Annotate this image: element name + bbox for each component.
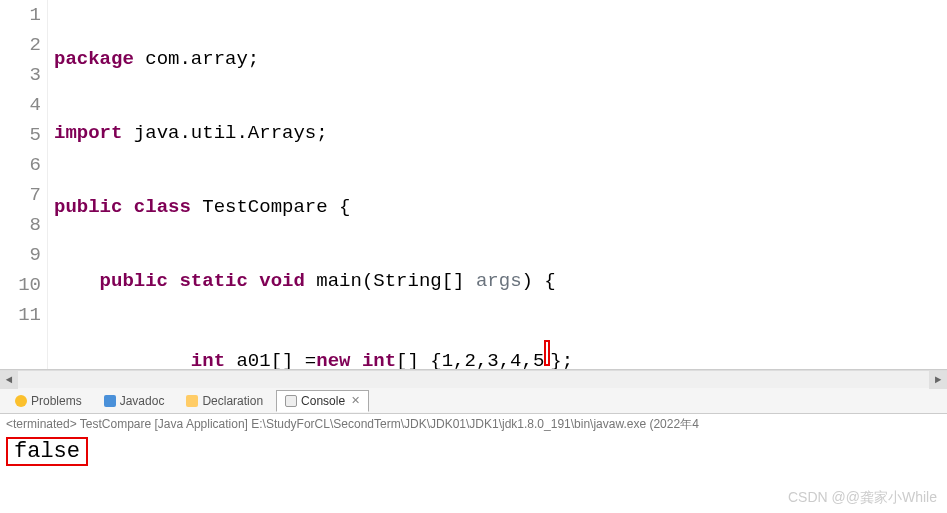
keyword: new: [316, 350, 350, 369]
code-line[interactable]: public static void main(String[] args) {: [54, 266, 947, 296]
code-line[interactable]: package com.array;: [54, 44, 947, 74]
problems-icon: [15, 395, 27, 407]
tab-label: Javadoc: [120, 394, 165, 408]
keyword: package: [54, 48, 134, 70]
text: {: [339, 196, 350, 218]
text: main: [305, 270, 362, 292]
text: a01[] =: [225, 350, 316, 369]
keyword: int: [350, 350, 396, 369]
text: args: [476, 270, 522, 292]
text: java.util.Arrays;: [122, 122, 327, 144]
keyword: public: [100, 270, 168, 292]
line-number: 11: [0, 300, 41, 330]
javadoc-icon: [104, 395, 116, 407]
tab-console[interactable]: Console ✕: [276, 390, 369, 412]
text: };: [550, 350, 573, 369]
text: com.array;: [134, 48, 259, 70]
keyword: public: [54, 196, 122, 218]
line-number-gutter: 1 2 3 4 5 6 7 8 9 10 11: [0, 0, 48, 369]
bottom-tabs-bar: Problems Javadoc Declaration Console ✕: [0, 388, 947, 414]
line-number: 8: [0, 210, 41, 240]
code-line[interactable]: import java.util.Arrays;: [54, 118, 947, 148]
line-number: 4: [0, 90, 41, 120]
code-editor[interactable]: 1 2 3 4 5 6 7 8 9 10 11 package com.arra…: [0, 0, 947, 370]
tab-problems[interactable]: Problems: [6, 390, 91, 412]
text: TestCompare: [191, 196, 339, 218]
watermark-text: CSDN @@龚家小While: [788, 489, 937, 507]
code-line[interactable]: int a01[] =new int[] {1,2,3,4,5};: [54, 340, 947, 369]
line-number: 5: [0, 120, 41, 150]
console-output-highlight: false: [6, 437, 88, 466]
code-content[interactable]: package com.array; import java.util.Arra…: [48, 0, 947, 369]
line-number: 1: [0, 0, 41, 30]
tab-label: Declaration: [202, 394, 263, 408]
line-number: 3: [0, 60, 41, 90]
text: (String[]: [362, 270, 476, 292]
horizontal-scrollbar[interactable]: ◄ ►: [0, 370, 947, 388]
tab-javadoc[interactable]: Javadoc: [95, 390, 174, 412]
tab-label: Problems: [31, 394, 82, 408]
declaration-icon: [186, 395, 198, 407]
keyword: static: [179, 270, 247, 292]
code-line[interactable]: public class TestCompare {: [54, 192, 947, 222]
console-output[interactable]: false: [0, 435, 947, 468]
line-number: 10: [0, 270, 41, 300]
keyword: class: [134, 196, 191, 218]
scroll-left-arrow[interactable]: ◄: [0, 371, 18, 389]
tab-label: Console: [301, 394, 345, 408]
line-number: 6: [0, 150, 41, 180]
keyword: void: [259, 270, 305, 292]
console-icon: [285, 395, 297, 407]
tab-declaration[interactable]: Declaration: [177, 390, 272, 412]
line-number: 9: [0, 240, 41, 270]
text: [] {1,2,3,4,5: [396, 350, 544, 369]
scroll-right-arrow[interactable]: ►: [929, 371, 947, 389]
keyword: int: [191, 350, 225, 369]
line-number: 7: [0, 180, 41, 210]
keyword: import: [54, 122, 122, 144]
text: ) {: [522, 270, 556, 292]
line-number: 2: [0, 30, 41, 60]
console-process-label: <terminated> TestCompare [Java Applicati…: [0, 414, 947, 435]
close-icon[interactable]: ✕: [351, 394, 360, 407]
